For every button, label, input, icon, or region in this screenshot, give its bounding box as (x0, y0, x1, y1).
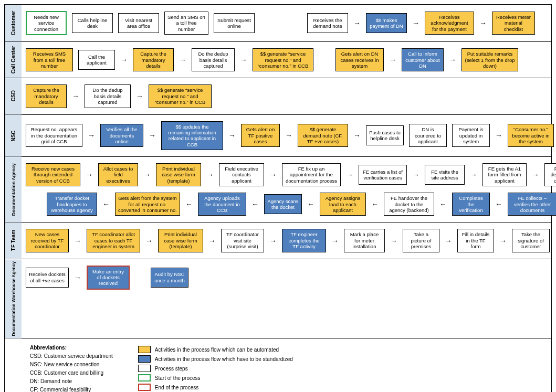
box-fe-collects: FE collects – verifies the other documen… (508, 193, 556, 216)
lane-label-tf: TF Team (5, 223, 22, 258)
arrow-icon: → (240, 56, 247, 64)
lane-label-wh: Documentation Warehouse Agency (5, 259, 22, 338)
lane-label-csd: CSD (5, 78, 22, 114)
box-print-form: Print individual case wise form (templat… (156, 163, 201, 186)
box-send-sms: Send an SMS on a toll free number (164, 12, 208, 35)
arrow-icon: → (86, 171, 93, 179)
arrow-icon: → (208, 237, 216, 245)
swatch-step (138, 365, 151, 372)
abbr-cf: CF: Commercial feasibility (30, 386, 113, 392)
arrow-icon: → (412, 171, 419, 179)
box-transfer-docket: Transfer docket hardcopies to warehouse … (47, 193, 97, 216)
box-receive-cases: Receive new cases through extended versi… (26, 163, 80, 186)
box-allot-fe: Allot cases to field executives (98, 163, 138, 186)
box-csd-dedup: Do the dedup basis details captured (85, 84, 131, 108)
arrow-icon: → (179, 56, 186, 64)
lane-label-callcenter: Call Center (5, 42, 22, 78)
box-gen-dn: $$ generate demand note (CF, TF +ve case… (298, 124, 348, 147)
arrow-icon: ← (439, 200, 447, 208)
box-receive-dockets: Receive dockets of all +ve cases (26, 268, 69, 288)
arrow-icon: → (206, 171, 214, 179)
lane-label-nsc: NSC (5, 115, 22, 157)
box-submit-online: Submit request online (214, 13, 255, 33)
box-completes-verification: Completes the verification (452, 193, 490, 216)
lane-callcenter: Call Center Receives SMS from a toll fre… (5, 42, 551, 78)
box-scan-docket: Agency scans the docket (264, 194, 302, 214)
box-consumer-active: “Consumer no.” become active in the syst… (508, 124, 554, 147)
swimlane-diagram: Customer Needs new service connection Ca… (4, 4, 552, 392)
box-signature: Take the signature of customer (512, 229, 550, 252)
box-fe-handover: FE handover the docket to the agency (ba… (384, 193, 434, 216)
box-csd-generate: $$ generate “service request no.” and “c… (149, 84, 212, 108)
box-alert-converted: Gets alert from the system for all reque… (115, 193, 180, 216)
arrow-icon: → (285, 131, 292, 140)
arrow-icon: → (149, 131, 156, 140)
box-dn-couriered: DN is couriered to applicant (409, 124, 447, 147)
box-audit: Audit by NSC once a month (151, 268, 188, 288)
swatch-auto (138, 346, 151, 353)
arrow-icon: ← (495, 200, 502, 208)
arrow-icon: → (389, 56, 396, 64)
box-tf-new: New cases received by TF coordinator (26, 229, 69, 252)
legend-start: Start of the process (155, 375, 201, 381)
box-needs-connection: Needs new service connection (26, 11, 67, 35)
box-verify-docs: Verifies all the documents online (100, 124, 143, 147)
arrow-icon: → (353, 131, 361, 140)
box-tf-visit: TF coordinator visit site (surprise visi… (221, 229, 264, 252)
box-meter-checklist: Receives meter material checklist (492, 12, 535, 35)
box-call-applicant: Call the applicant (78, 50, 115, 70)
box-request-grid: Request no. appears in the documentation… (26, 124, 82, 147)
arrow-icon: → (74, 273, 81, 282)
legend: Abbreviations: CSD: Customer service dep… (5, 338, 551, 392)
lane-tf: TF Team New cases received by TF coordin… (5, 223, 551, 259)
arrow-icon: → (72, 92, 79, 100)
abbr-csd: CSD: Customer service department (30, 352, 113, 361)
arrow-icon: → (445, 237, 452, 245)
box-calls-helpline: Calls helpline desk (72, 13, 113, 33)
arrow-icon: → (412, 19, 419, 27)
box-alert-dn: Gets alert on DN cases receives in syste… (335, 48, 384, 71)
box-makes-payment: $$ makes payment of DN (366, 13, 407, 33)
box-payment-updated: Payment is updated in system (452, 124, 490, 147)
arrow-icon: → (74, 237, 81, 245)
arrow-icon: → (88, 131, 95, 140)
box-update-applicant: $$ updates the remaining information rel… (161, 121, 223, 151)
abbr-title: Abbreviations: (30, 344, 113, 352)
arrow-icon: ← (185, 200, 193, 208)
box-fe-appointment: FE fix up an appointment for the documen… (282, 163, 341, 186)
box-receives-sms: Receives SMS from a toll free number (26, 48, 73, 71)
arrow-icon: → (532, 171, 539, 179)
box-tf-print: Print individual case wise form (templat… (158, 229, 203, 252)
box-fe-verify-a1: FE verifies the details mentioned on the… (544, 163, 556, 186)
box-generate-sr: $$ generate “service request no.” and “c… (253, 48, 313, 71)
abbr-nsc: NSC: New service connection (30, 361, 113, 369)
arrow-icon: → (390, 237, 397, 245)
lane-csd: CSD Capture the mandatory details → Do t… (5, 78, 551, 114)
box-upload-doc: Agency uploads the document in CCB (198, 193, 246, 216)
arrow-icon: → (495, 131, 502, 140)
box-receives-ack: Receives acknowledgment for the payment (425, 12, 474, 35)
box-receives-dn: Receives the demand note (307, 13, 348, 33)
abbreviations: Abbreviations: CSD: Customer service dep… (30, 344, 113, 392)
box-alert-tf: Gets alert on TF positive cases (241, 124, 280, 147)
lane-label-doc: Documentation Agency (5, 157, 22, 222)
arrow-icon: → (470, 171, 477, 179)
arrow-icon: → (143, 171, 151, 179)
box-tf-engineer: TF engineer completes the TF activity (282, 229, 326, 252)
box-capture-details: Capture the mandatory details (133, 48, 174, 71)
lane-doc-agency: Documentation Agency Receive new cases t… (5, 157, 551, 223)
box-push-helpline: Push cases to helpline desk (366, 125, 404, 145)
box-fill-tf: Fill in details in the TF form (457, 229, 494, 252)
arrow-icon: → (136, 92, 143, 100)
legend-stand: Activities in the process flow which hav… (155, 356, 293, 362)
legend-step: Process steps (155, 366, 188, 372)
box-tf-allot: TF coordinator allot cases to each TF en… (87, 229, 140, 252)
arrow-icon: → (269, 237, 277, 245)
box-entry-dockets: Make an entry of dockets received (87, 266, 130, 290)
arrow-icon: → (499, 237, 507, 245)
legend-swatches: Activities in the process flow which can… (138, 344, 293, 392)
arrow-icon: → (228, 131, 236, 140)
arrow-icon: ← (371, 200, 379, 208)
box-fe-visits: FE visits the site address (425, 165, 465, 185)
swatch-start (138, 374, 151, 382)
